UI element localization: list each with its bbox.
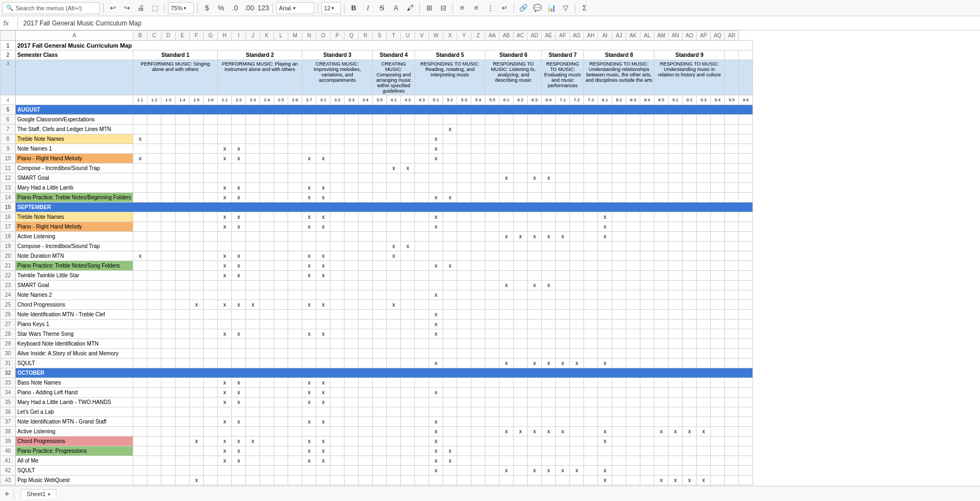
cell-std-19[interactable] bbox=[401, 446, 415, 456]
cell-std-39[interactable] bbox=[683, 485, 697, 486]
col-header-AJ[interactable]: AJ bbox=[612, 31, 626, 41]
cell-std-30[interactable] bbox=[556, 378, 570, 388]
cell-std-14[interactable] bbox=[330, 125, 345, 134]
cell-std-14[interactable] bbox=[330, 388, 345, 398]
cell-std-19[interactable] bbox=[401, 329, 415, 339]
cell-std-28[interactable] bbox=[528, 446, 542, 456]
cell-std-35[interactable] bbox=[626, 388, 640, 398]
cell-std-37[interactable] bbox=[654, 359, 669, 368]
cell-std-31[interactable] bbox=[570, 261, 584, 271]
col-header-R[interactable]: R bbox=[359, 31, 373, 41]
cell-std-31[interactable] bbox=[570, 339, 584, 349]
cell-std-24[interactable] bbox=[471, 378, 485, 388]
cell-std-23[interactable] bbox=[457, 310, 471, 320]
cell-std-43[interactable] bbox=[739, 320, 753, 329]
cell-std-8[interactable] bbox=[246, 115, 260, 125]
cell-std-8[interactable] bbox=[246, 164, 260, 173]
cell-std-15[interactable] bbox=[345, 398, 359, 407]
cell-std-16[interactable] bbox=[359, 329, 373, 339]
cell-std-31[interactable] bbox=[570, 164, 584, 173]
cell-std-41[interactable] bbox=[711, 329, 725, 339]
cell-std-35[interactable] bbox=[626, 310, 640, 320]
cell-std-10[interactable] bbox=[274, 193, 288, 203]
cell-std-5[interactable] bbox=[204, 359, 218, 368]
cell-std-24[interactable] bbox=[471, 300, 485, 310]
cell-std-21[interactable] bbox=[429, 183, 443, 193]
cell-std-38[interactable] bbox=[669, 212, 683, 222]
cell-std-4[interactable] bbox=[190, 271, 204, 281]
cell-std-26[interactable]: x bbox=[499, 466, 514, 476]
cell-std-7[interactable]: x bbox=[232, 378, 246, 388]
cell-std-43[interactable] bbox=[739, 134, 753, 144]
cell-std-41[interactable] bbox=[711, 388, 725, 398]
cell-std-43[interactable] bbox=[739, 446, 753, 456]
cell-std-21[interactable]: x bbox=[429, 359, 443, 368]
cell-std-21[interactable] bbox=[429, 398, 443, 407]
cell-std-6[interactable]: x bbox=[218, 456, 232, 466]
cell-std-35[interactable] bbox=[626, 222, 640, 232]
cell-std-33[interactable] bbox=[598, 125, 612, 134]
cell-std-15[interactable] bbox=[345, 446, 359, 456]
cell-std-22[interactable] bbox=[443, 349, 457, 359]
cell-std-12[interactable] bbox=[302, 134, 316, 144]
col-header-C[interactable]: C bbox=[147, 31, 161, 41]
cell-std-29[interactable] bbox=[542, 134, 556, 144]
cell-std-22[interactable]: x bbox=[443, 446, 457, 456]
cell-std-9[interactable] bbox=[260, 183, 274, 193]
row-label[interactable]: Active Listening bbox=[16, 232, 133, 242]
cell-std-23[interactable] bbox=[457, 271, 471, 281]
cell-std-1[interactable] bbox=[147, 446, 161, 456]
cell-std-40[interactable] bbox=[697, 173, 711, 183]
cell-std-11[interactable] bbox=[288, 476, 302, 485]
cell-std-5[interactable] bbox=[204, 232, 218, 242]
cell-std-4[interactable] bbox=[190, 222, 204, 232]
cell-std-9[interactable] bbox=[260, 320, 274, 329]
cell-std-20[interactable] bbox=[415, 154, 429, 164]
cell-std-21[interactable]: x bbox=[429, 437, 443, 446]
cell-std-36[interactable] bbox=[640, 232, 654, 242]
cell-std-30[interactable] bbox=[556, 349, 570, 359]
cell-std-28[interactable] bbox=[528, 212, 542, 222]
cell-std-1[interactable] bbox=[147, 359, 161, 368]
cell-std-14[interactable] bbox=[330, 320, 345, 329]
cell-std-8[interactable] bbox=[246, 173, 260, 183]
cell-std-15[interactable] bbox=[345, 173, 359, 183]
cell-std-3[interactable] bbox=[176, 134, 190, 144]
cell-std-4[interactable] bbox=[190, 359, 204, 368]
cell-std-33[interactable] bbox=[598, 134, 612, 144]
cell-std-20[interactable] bbox=[415, 290, 429, 300]
cell-std-18[interactable]: x bbox=[387, 300, 401, 310]
cell-std-40[interactable] bbox=[697, 281, 711, 290]
row-label[interactable]: Piano Practice: Treble Notes/Song Folder… bbox=[16, 261, 133, 271]
col-header-W[interactable]: W bbox=[429, 31, 443, 41]
cell-std-5[interactable] bbox=[204, 300, 218, 310]
cell-std-32[interactable] bbox=[584, 378, 598, 388]
cell-std-28[interactable] bbox=[528, 300, 542, 310]
cell-std-19[interactable] bbox=[401, 125, 415, 134]
std-header-4[interactable]: Standard 5 bbox=[415, 50, 485, 60]
cell-std-2[interactable] bbox=[161, 329, 176, 339]
cell-std-6[interactable]: x bbox=[218, 183, 232, 193]
cell-std-35[interactable] bbox=[626, 427, 640, 437]
cell-std-37[interactable] bbox=[654, 378, 669, 388]
cell-std-1[interactable] bbox=[147, 476, 161, 485]
cell-std-10[interactable] bbox=[274, 251, 288, 261]
cell-std-9[interactable] bbox=[260, 417, 274, 427]
cell-std-26[interactable] bbox=[499, 212, 514, 222]
cell-std-39[interactable]: x bbox=[683, 427, 697, 437]
cell-std-8[interactable] bbox=[246, 193, 260, 203]
sheet-table-wrapper[interactable]: A B C D E F G H I J K L M N O P Q bbox=[0, 30, 980, 486]
cell-std-19[interactable] bbox=[401, 378, 415, 388]
cell-std-36[interactable] bbox=[640, 407, 654, 417]
cell-std-6[interactable] bbox=[218, 281, 232, 290]
cell-std-38[interactable] bbox=[669, 388, 683, 398]
cell-std-34[interactable] bbox=[612, 125, 626, 134]
cell-std-42[interactable] bbox=[725, 125, 739, 134]
cell-std-10[interactable] bbox=[274, 407, 288, 417]
cell-std-2[interactable] bbox=[161, 466, 176, 476]
cell-std-40[interactable] bbox=[697, 212, 711, 222]
cell-std-2[interactable] bbox=[161, 417, 176, 427]
cell-std-22[interactable] bbox=[443, 212, 457, 222]
cell-std-37[interactable] bbox=[654, 251, 669, 261]
cell-std-6[interactable] bbox=[218, 349, 232, 359]
